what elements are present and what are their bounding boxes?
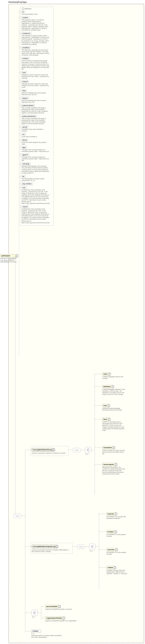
expand-icon[interactable]: + (63, 617, 65, 619)
attribute-name[interactable]: custom (21, 57, 30, 60)
element-desc: A link to an item or a web resource whic… (102, 450, 125, 455)
attribute-name[interactable]: dir (21, 175, 26, 178)
attribute-item: pubconstrainturi One or many constraints… (21, 115, 53, 124)
expand-icon[interactable]: + (115, 530, 117, 533)
attribute-desc: One or many constraints that apply to pu… (22, 107, 49, 114)
expand-icon[interactable]: + (113, 446, 115, 449)
element-desc: An identifier of a concept with equivale… (106, 516, 130, 519)
concept-relationships-group[interactable]: ConceptRelationshipsGroup — (32, 545, 57, 548)
attribute-desc: Indicates by which means the value was e… (22, 74, 49, 79)
child-element[interactable]: personDetails+ A group of properties spe… (45, 605, 77, 610)
attribute-item: literal A free-text value assigned as pr… (21, 139, 53, 145)
attribute-item: role A refinement of the semantics of th… (21, 186, 53, 204)
element-label: ##other (33, 630, 39, 632)
attribute-name[interactable]: creator (21, 16, 29, 19)
root-element[interactable]: participant — A person or organisation (… (1, 254, 17, 263)
expand-icon[interactable]: + (115, 513, 117, 515)
attribute-desc: The type of the concept assigned as cont… (22, 149, 49, 152)
collapse-icon[interactable]: — (56, 545, 58, 548)
expand-icon[interactable]: + (115, 548, 118, 551)
element-label: remoteInfo (103, 447, 112, 448)
attribute-name[interactable]: modified (21, 46, 31, 49)
attribute-name[interactable]: whyuri (21, 97, 29, 100)
attribute-name[interactable]: how (21, 71, 27, 74)
element-desc: A group of properties specific to an org… (45, 620, 77, 622)
child-element[interactable]: facet+ In NAR 1.8 and later, facet is de… (102, 418, 125, 431)
choice-symbol (89, 544, 95, 550)
element-desc: A natural language definition of the sem… (102, 388, 125, 395)
choice-symbol (85, 447, 91, 453)
connector (99, 513, 99, 589)
element-label: hierarchyInfo (103, 464, 114, 466)
attribute-item: dir The directionality of textual conten… (21, 175, 53, 181)
occurrence: 0..∞ (90, 550, 92, 552)
attribute-item: whyuri Why the metadata has been include… (21, 97, 53, 103)
choice-symbol (31, 610, 38, 616)
attribute-item: uri A URI which identifies a (21, 133, 53, 138)
element-desc: An identifier of a more generic concept. (106, 534, 130, 537)
expand-icon[interactable]: + (108, 404, 110, 407)
attributes-label: attributes (25, 8, 31, 10)
sequence-symbol (73, 448, 81, 452)
attribute-name[interactable]: why (21, 89, 27, 92)
root-element-desc: A person or organisation (e.g. group of … (1, 258, 17, 263)
expand-icon[interactable]: + (108, 373, 111, 375)
child-element[interactable]: related+ A related concept, where the re… (106, 566, 130, 574)
attribute-desc: A refinement of the semantics of the pro… (22, 189, 49, 204)
attribute-desc: A refinement of the semantics of the pro… (22, 208, 49, 224)
child-element[interactable]: name+ A natural language name for the co… (102, 372, 125, 379)
attribute-item: creator If the property value is not def… (21, 16, 53, 31)
element-desc: Represents the position of a concept in … (102, 466, 125, 475)
expand-icon[interactable]: + (114, 566, 116, 569)
expand-icon[interactable]: + (58, 605, 61, 608)
child-element[interactable]: narrower+ An identifier of a more specif… (106, 548, 130, 555)
sequence-symbol (13, 514, 21, 518)
attribute-name[interactable]: xml:lang (21, 162, 31, 165)
attributes-frame: attributes id The local identifier of th… (20, 7, 54, 226)
attribute-name[interactable]: literal (21, 139, 28, 142)
child-element[interactable]: definition+ A natural language definitio… (102, 385, 125, 395)
attribute-name[interactable]: howuri (21, 80, 29, 83)
attribute-name[interactable]: creatoruri (21, 32, 31, 35)
element-desc: An identifier of a more specific concept… (106, 552, 130, 555)
attribute-desc: Why the metadata has been included - exp… (22, 92, 49, 96)
group-desc: A group of properties required to indica… (32, 549, 70, 552)
attribute-name[interactable]: roleuri (21, 205, 29, 208)
child-element[interactable]: remoteInfo+ A link to an item or a web r… (102, 446, 125, 455)
attribute-name[interactable]: pubconstrainturi (21, 115, 37, 118)
expand-icon[interactable]: + (115, 463, 117, 466)
child-element[interactable]: sameAs+ An identifier of a concept with … (106, 512, 130, 519)
connector (99, 514, 106, 514)
connector (95, 448, 102, 448)
expand-icon[interactable]: + (112, 386, 114, 388)
collapse-icon[interactable]: — (53, 448, 55, 451)
attribute-name[interactable]: qcode (21, 126, 29, 128)
element-label: name (103, 373, 108, 375)
attribute-name[interactable]: uri (21, 133, 26, 136)
attribute-name[interactable]: type (21, 146, 27, 149)
child-element[interactable]: organisationDetails+ A group of properti… (45, 616, 77, 622)
connector (95, 464, 102, 464)
attribute-item: any ##other (21, 182, 53, 185)
type-title: Flex1PartyPropType (9, 1, 27, 3)
connector (95, 546, 99, 547)
child-element[interactable]: note+ Additional natural language inform… (102, 404, 125, 411)
group-desc: A group of properties required to define… (32, 452, 65, 454)
connector (95, 386, 102, 387)
attribute-name[interactable]: any ##other (21, 182, 33, 185)
connector (95, 406, 102, 406)
connector (72, 546, 77, 547)
child-element[interactable]: broader+ An identifier of a more generic… (106, 530, 130, 537)
attribute-desc: Specifies the language of this property … (22, 165, 49, 174)
any-other-element[interactable]: ##other 0..∞ Extension point for provide… (31, 630, 63, 638)
connector (25, 450, 25, 631)
attribute-name[interactable]: id (21, 10, 25, 13)
attribute-name[interactable]: pubconstraint (21, 104, 35, 107)
attribute-name[interactable]: role (21, 186, 27, 189)
child-element[interactable]: hierarchyInfo+ Represents the position o… (102, 463, 125, 475)
concept-definition-group[interactable]: ConceptDefinitionGroup — (32, 448, 54, 451)
expand-icon[interactable]: + (108, 418, 110, 420)
attribute-name[interactable]: typeuri (21, 153, 29, 156)
collapse-icon[interactable]: — (16, 254, 18, 257)
attributes-icon (22, 8, 24, 10)
